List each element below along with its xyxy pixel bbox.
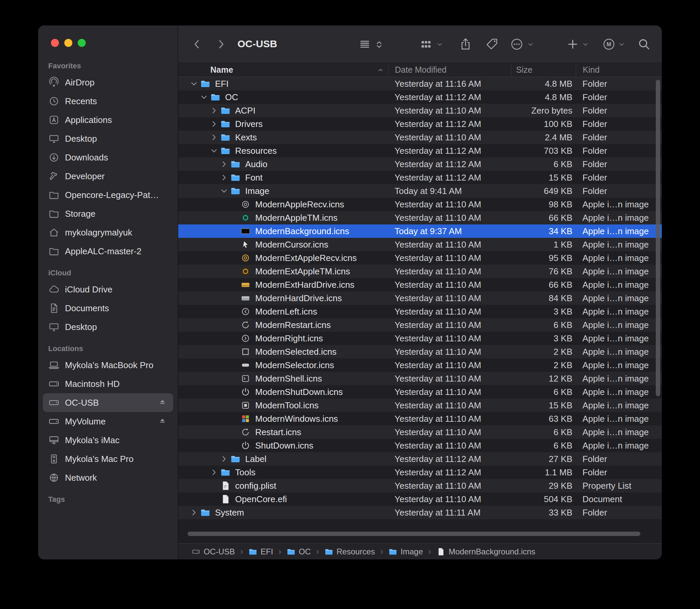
more-actions-button[interactable] <box>510 37 524 51</box>
file-row-drivers[interactable]: DriversYesterday at 11:12 AM100 KBFolder <box>178 117 662 130</box>
disclosure-closed-icon[interactable] <box>210 468 218 477</box>
sidebar-item-opencore-legacy-pat[interactable]: Opencore-Legacy-Pat… <box>43 186 173 204</box>
column-header-name[interactable]: Name <box>178 63 388 77</box>
zoom-button[interactable] <box>78 39 86 47</box>
sidebar-item-applications[interactable]: Applications <box>43 110 173 129</box>
file-row-modernextappletm-icns[interactable]: ModernExtAppleTM.icnsYesterday at 11:10 … <box>178 265 662 278</box>
file-row-label[interactable]: LabelYesterday at 11:12 AM27 KBFolder <box>178 452 662 466</box>
disclosure-closed-icon[interactable] <box>210 106 218 115</box>
new-item-chevron[interactable] <box>582 41 589 48</box>
column-header-size[interactable]: Size <box>511 63 576 77</box>
file-row-modernextapplerecv-icns[interactable]: ModernExtAppleRecv.icnsYesterday at 11:1… <box>178 251 662 265</box>
minimize-button[interactable] <box>64 39 72 47</box>
search-button[interactable] <box>637 37 651 51</box>
file-row-acpi[interactable]: ACPIYesterday at 11:10 AMZero bytesFolde… <box>178 104 662 117</box>
sidebar-item-storage[interactable]: Storage <box>43 204 173 223</box>
share-button[interactable] <box>459 37 472 51</box>
disclosure-closed-icon[interactable] <box>210 120 218 128</box>
disclosure-closed-icon[interactable] <box>220 455 228 463</box>
file-row-config-plist[interactable]: config.plistYesterday at 11:10 AM29 KBPr… <box>178 479 662 492</box>
file-row-modernbackground-icns[interactable]: ModernBackground.icnsToday at 9:37 AM34 … <box>178 224 662 238</box>
profile-button[interactable]: M <box>602 37 616 51</box>
sidebar-item-recents[interactable]: Recents <box>43 92 173 110</box>
file-row-modernrestart-icns[interactable]: ModernRestart.icnsYesterday at 11:10 AM6… <box>178 318 662 332</box>
list-view-icon <box>358 37 371 51</box>
file-row-modernshutdown-icns[interactable]: ModernShutDown.icnsYesterday at 11:10 AM… <box>178 385 662 399</box>
path-item-oc[interactable]: OC <box>287 547 311 556</box>
sidebar-item-network[interactable]: Network <box>43 468 173 487</box>
file-row-modernselected-icns[interactable]: ModernSelected.icnsYesterday at 11:10 AM… <box>178 345 662 359</box>
sidebar-item-downloads[interactable]: Downloads <box>43 148 173 167</box>
disclosure-open-icon[interactable] <box>210 146 218 155</box>
file-row-modernright-icns[interactable]: ModernRight.icnsYesterday at 11:10 AM3 K… <box>178 332 662 345</box>
path-item-oc-usb[interactable]: OC-USB <box>192 547 235 556</box>
sidebar-item-mykola-s-macbook-pro[interactable]: Mykola’s MacBook Pro <box>43 356 173 375</box>
back-button[interactable] <box>190 37 204 51</box>
new-item-button[interactable] <box>566 37 579 51</box>
file-row-efi[interactable]: EFIYesterday at 11:16 AM4.8 MBFolder <box>178 77 662 90</box>
file-row-system[interactable]: SystemYesterday at 11:11 AM33 KBFolder <box>178 506 662 519</box>
disclosure-open-icon[interactable] <box>220 187 228 195</box>
file-row-modernharddrive-icns[interactable]: ModernHardDrive.icnsYesterday at 11:10 A… <box>178 292 662 305</box>
horizontal-scrollbar[interactable] <box>188 532 641 536</box>
tag-button[interactable] <box>485 37 498 51</box>
view-mode-button[interactable] <box>358 37 371 51</box>
sidebar-item-mykola-s-mac-pro[interactable]: Mykola’s Mac Pro <box>43 450 173 468</box>
sidebar-item-airdrop[interactable]: AirDrop <box>43 73 173 92</box>
sidebar-item-desktop[interactable]: Desktop <box>43 317 173 336</box>
group-by-chevron[interactable] <box>436 41 443 48</box>
vertical-scrollbar[interactable] <box>656 80 660 396</box>
close-button[interactable] <box>51 39 59 47</box>
file-row-oc[interactable]: OCYesterday at 11:12 AM4.8 MBFolder <box>178 90 662 104</box>
sidebar-item-desktop[interactable]: Desktop <box>43 129 173 148</box>
eject-icon[interactable] <box>158 417 167 426</box>
file-row-shutdown-icns[interactable]: ShutDown.icnsYesterday at 11:10 AM6 KBAp… <box>178 439 662 452</box>
sidebar-item-label: Mykola’s MacBook Pro <box>65 360 153 370</box>
file-row-audio[interactable]: AudioYesterday at 11:12 AM6 KBFolder <box>178 157 662 171</box>
file-row-restart-icns[interactable]: Restart.icnsYesterday at 11:10 AM6 KBApp… <box>178 425 662 439</box>
file-row-tools[interactable]: ToolsYesterday at 11:12 AM1.1 MBFolder <box>178 466 662 479</box>
sidebar-item-mykola-s-imac[interactable]: Mykola’s iMac <box>43 431 173 450</box>
view-mode-stepper[interactable] <box>374 39 384 50</box>
sidebar-item-mykolagrymalyuk[interactable]: mykolagrymalyuk <box>43 223 173 242</box>
eject-icon[interactable] <box>158 398 167 407</box>
more-actions-chevron[interactable] <box>527 41 534 48</box>
sidebar-item-icloud-drive[interactable]: iCloud Drive <box>43 280 173 299</box>
sidebar-item-macintosh-hd[interactable]: Macintosh HD <box>43 375 173 393</box>
file-row-modernapplerecv-icns[interactable]: ModernAppleRecv.icnsYesterday at 11:10 A… <box>178 198 662 211</box>
file-row-modernleft-icns[interactable]: ModernLeft.icnsYesterday at 11:10 AM3 KB… <box>178 305 662 318</box>
disclosure-closed-icon[interactable] <box>190 508 198 517</box>
disclosure-open-icon[interactable] <box>199 93 208 102</box>
sidebar-item-applealc-master-2[interactable]: AppleALC-master-2 <box>43 242 173 261</box>
profile-chevron[interactable] <box>618 41 625 48</box>
sidebar-item-developer[interactable]: Developer <box>43 167 173 186</box>
forward-button[interactable] <box>214 37 228 51</box>
file-row-modernshell-icns[interactable]: ModernShell.icnsYesterday at 11:10 AM12 … <box>178 372 662 385</box>
file-row-kexts[interactable]: KextsYesterday at 11:10 AM2.4 MBFolder <box>178 130 662 144</box>
file-row-moderncursor-icns[interactable]: ModernCursor.icnsYesterday at 11:10 AM1 … <box>178 238 662 251</box>
column-header-date-modified[interactable]: Date Modified <box>388 63 511 77</box>
path-item-image[interactable]: Image <box>388 547 423 556</box>
sidebar-item-myvolume[interactable]: MyVolume <box>43 412 173 431</box>
file-row-font[interactable]: FontYesterday at 11:12 AM15 KBFolder <box>178 171 662 184</box>
sidebar-item-oc-usb[interactable]: OC-USB <box>43 393 173 412</box>
group-by-button[interactable] <box>419 37 433 51</box>
file-row-modernappletm-icns[interactable]: ModernAppleTM.icnsYesterday at 11:10 AM6… <box>178 211 662 224</box>
file-row-opencore-efi[interactable]: OpenCore.efiYesterday at 11:10 AM504 KBD… <box>178 492 662 506</box>
path-item-resources[interactable]: Resources <box>325 547 375 556</box>
disclosure-open-icon[interactable] <box>190 80 198 88</box>
sidebar-item-documents[interactable]: Documents <box>43 299 173 317</box>
path-item-modernbackground-icns[interactable]: ModernBackground.icns <box>436 547 535 556</box>
disclosure-closed-icon[interactable] <box>220 160 228 169</box>
file-row-modernextharddrive-icns[interactable]: ModernExtHardDrive.icnsYesterday at 11:1… <box>178 278 662 292</box>
laptop-icon <box>48 360 59 371</box>
file-row-modernselector-icns[interactable]: ModernSelector.icnsYesterday at 11:10 AM… <box>178 359 662 372</box>
disclosure-closed-icon[interactable] <box>220 173 228 182</box>
file-row-image[interactable]: ImageToday at 9:41 AM649 KBFolder <box>178 184 662 198</box>
file-row-moderntool-icns[interactable]: ModernTool.icnsYesterday at 11:10 AM15 K… <box>178 399 662 412</box>
column-header-kind[interactable]: Kind <box>576 63 662 77</box>
file-row-modernwindows-icns[interactable]: ModernWindows.icnsYesterday at 11:10 AM6… <box>178 412 662 425</box>
disclosure-closed-icon[interactable] <box>210 133 218 142</box>
file-row-resources[interactable]: ResourcesYesterday at 11:12 AM703 KBFold… <box>178 144 662 157</box>
path-item-efi[interactable]: EFI <box>248 547 273 556</box>
